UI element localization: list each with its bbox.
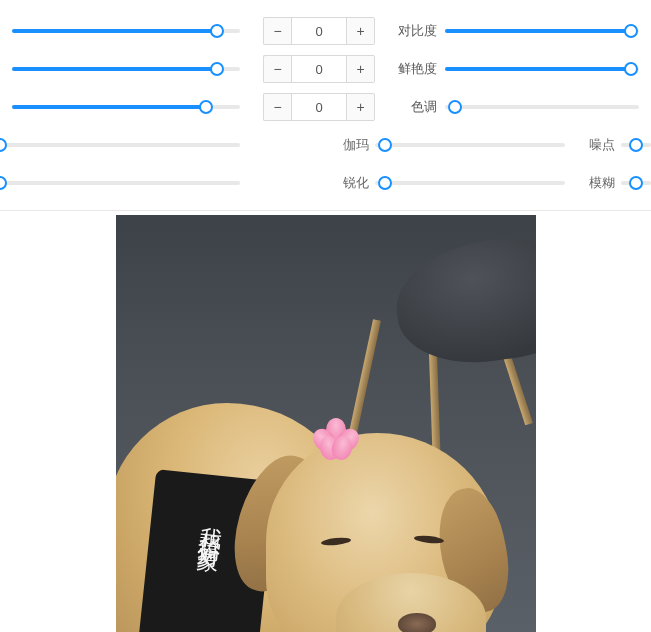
hue-input[interactable] <box>291 93 347 121</box>
slider-handle[interactable] <box>0 176 7 190</box>
saturation-slider[interactable] <box>445 67 639 71</box>
stepper-cell: − + <box>240 55 375 83</box>
slider-handle[interactable] <box>210 24 224 38</box>
stepper-plus-button[interactable]: + <box>347 17 375 45</box>
slider-handle[interactable] <box>624 24 638 38</box>
noise-label: 噪点 <box>571 136 621 154</box>
dog: 我想搞对象 <box>116 333 536 632</box>
control-row: − + 色调 <box>0 88 651 126</box>
preview-image: 我想搞对象 <box>116 215 536 632</box>
hue-slider[interactable] <box>445 105 639 109</box>
harness-text: 我想搞对象 <box>195 508 228 541</box>
stepper-plus-button[interactable]: + <box>347 93 375 121</box>
stepper-minus-button[interactable]: − <box>263 17 291 45</box>
blur-label: 模糊 <box>571 174 621 192</box>
slider-handle[interactable] <box>378 138 392 152</box>
gamma-label: 伽玛 <box>343 136 375 154</box>
stepper-cell: − + <box>240 17 375 45</box>
slider-handle[interactable] <box>199 100 213 114</box>
contrast-input[interactable] <box>291 17 347 45</box>
noise-slider[interactable] <box>621 143 651 147</box>
gamma-slider[interactable] <box>375 143 565 147</box>
image-preview-area: 我想搞对象 <box>0 211 651 632</box>
slider-handle[interactable] <box>210 62 224 76</box>
slider-cell <box>0 67 240 71</box>
slider-cell <box>375 143 571 147</box>
gamma-label-cell: 伽玛 <box>240 136 375 154</box>
contrast-slider[interactable] <box>445 29 639 33</box>
sharpen-label: 锐化 <box>343 174 375 192</box>
flower <box>314 418 358 458</box>
slider-cell <box>445 105 651 109</box>
stepper-cell: − + <box>240 93 375 121</box>
slider-left-4[interactable] <box>0 143 240 147</box>
blur-slider[interactable] <box>621 181 651 185</box>
control-row: 锐化 模糊 <box>0 164 651 202</box>
slider-cell <box>445 29 651 33</box>
contrast-label: 对比度 <box>375 22 445 40</box>
slider-handle[interactable] <box>624 62 638 76</box>
control-row: 伽玛 噪点 <box>0 126 651 164</box>
slider-cell <box>0 29 240 33</box>
hue-label: 色调 <box>375 98 445 116</box>
sharpen-label-cell: 锐化 <box>240 174 375 192</box>
slider-left-3[interactable] <box>12 105 240 109</box>
slider-left-2[interactable] <box>12 67 240 71</box>
saturation-stepper: − + <box>263 55 375 83</box>
slider-handle[interactable] <box>448 100 462 114</box>
slider-cell <box>375 181 571 185</box>
slider-cell <box>445 67 651 71</box>
control-row: − + 鲜艳度 <box>0 50 651 88</box>
slider-handle[interactable] <box>378 176 392 190</box>
stepper-minus-button[interactable]: − <box>263 93 291 121</box>
slider-cell <box>621 143 651 147</box>
slider-handle[interactable] <box>0 138 7 152</box>
stepper-minus-button[interactable]: − <box>263 55 291 83</box>
slider-cell <box>621 181 651 185</box>
adjustment-controls: − + 对比度 − + 鲜艳度 <box>0 0 651 211</box>
slider-cell <box>0 105 240 109</box>
saturation-label: 鲜艳度 <box>375 60 445 78</box>
slider-cell <box>0 143 240 147</box>
hue-stepper: − + <box>263 93 375 121</box>
sharpen-slider[interactable] <box>375 181 565 185</box>
slider-handle[interactable] <box>629 138 643 152</box>
saturation-input[interactable] <box>291 55 347 83</box>
dog-nose <box>398 613 436 632</box>
slider-left-1[interactable] <box>12 29 240 33</box>
control-row: − + 对比度 <box>0 12 651 50</box>
slider-handle[interactable] <box>629 176 643 190</box>
slider-left-5[interactable] <box>0 181 240 185</box>
stepper-plus-button[interactable]: + <box>347 55 375 83</box>
slider-cell <box>0 181 240 185</box>
contrast-stepper: − + <box>263 17 375 45</box>
